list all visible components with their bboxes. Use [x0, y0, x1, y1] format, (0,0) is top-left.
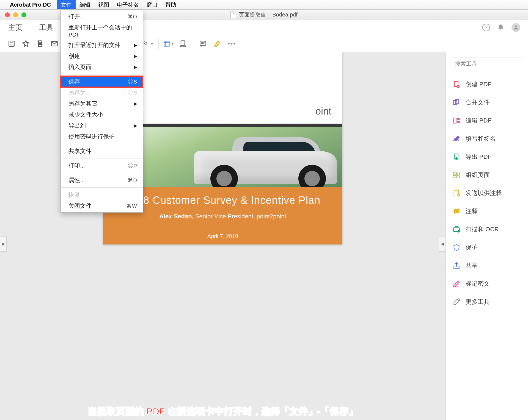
nav-tools[interactable]: 工具	[31, 23, 62, 32]
menu-view[interactable]: 视图	[94, 0, 113, 9]
comment-icon[interactable]	[196, 37, 210, 50]
menu-window[interactable]: 窗口	[143, 0, 161, 9]
tool-more-tools[interactable]: 更多工具	[451, 294, 523, 310]
tool-create-pdf[interactable]: 创建 PDF	[451, 76, 523, 92]
submenu-arrow-icon: ▶	[134, 101, 137, 106]
organize-pages-icon	[452, 171, 461, 179]
print-icon[interactable]	[34, 37, 47, 50]
tool-label: 更多工具	[466, 298, 490, 306]
svg-rect-32	[454, 175, 456, 178]
star-icon[interactable]	[19, 37, 32, 50]
doc-date: April 7, 2018	[103, 233, 342, 240]
menu-item[interactable]: 减少文件大小	[61, 109, 143, 120]
menu-item[interactable]: 导出到▶	[61, 120, 143, 131]
scan-ocr-icon	[452, 225, 461, 233]
tool-label: 组织页面	[466, 171, 490, 179]
menu-item-label: 恢复	[68, 191, 80, 199]
tool-label: 保护	[466, 243, 478, 252]
submenu-arrow-icon: ▶	[134, 43, 137, 48]
svg-rect-33	[457, 175, 459, 178]
tool-redact[interactable]: 标记密文	[451, 276, 523, 292]
tool-combine-files[interactable]: 合并文件	[451, 94, 523, 110]
close-window-button[interactable]	[5, 12, 10, 17]
mail-icon[interactable]	[48, 37, 61, 50]
doc-author: Alex Sedan, Senior Vice President, point…	[103, 213, 342, 220]
menu-item: 恢复	[61, 189, 143, 200]
tool-scan-ocr[interactable]: 扫描和 OCR	[451, 221, 523, 237]
menu-item[interactable]: 另存为其它▶	[61, 98, 143, 109]
tool-comments[interactable]: 注释	[451, 203, 523, 219]
app-name[interactable]: Acrobat Pro DC	[10, 2, 51, 8]
menu-item-label: 另存为其它	[68, 100, 97, 107]
menu-edit[interactable]: 编辑	[76, 0, 94, 9]
menu-item[interactable]: 打开...⌘O	[61, 11, 143, 22]
menu-file[interactable]: 文件	[57, 0, 76, 9]
tool-share[interactable]: 共享	[451, 258, 523, 274]
svg-point-20	[231, 43, 232, 44]
svg-rect-28	[457, 121, 460, 123]
help-icon[interactable]: ?	[482, 24, 490, 31]
menu-item[interactable]: 共享文件	[61, 146, 143, 157]
more-icon[interactable]	[225, 37, 238, 50]
traffic-lights	[5, 12, 26, 17]
instruction-caption: 当提取页面的 PDF 在新选项卡中打开时，选择「文件」-「保存」	[88, 405, 358, 418]
page-width-icon[interactable]	[176, 37, 189, 50]
create-pdf-icon	[452, 80, 461, 88]
menu-item[interactable]: 打开最近打开的文件▶	[61, 40, 143, 51]
car-illustration	[183, 137, 337, 187]
tools-panel: 搜索工具 创建 PDF合并文件编辑 PDF填写和签名导出 PDF组织页面发送以供…	[446, 52, 528, 420]
svg-rect-14	[181, 41, 185, 45]
tool-label: 合并文件	[466, 98, 490, 107]
nav-home[interactable]: 主页	[0, 23, 31, 32]
user-avatar[interactable]	[512, 23, 520, 32]
search-placeholder: 搜索工具	[455, 60, 477, 68]
menu-item[interactable]: 保存⌘S	[61, 76, 143, 87]
svg-rect-36	[454, 209, 460, 213]
menu-item-label: 创建	[68, 52, 80, 60]
highlight-icon[interactable]	[211, 37, 224, 50]
tool-send-comments[interactable]: 发送以供注释	[451, 185, 523, 201]
left-panel-toggle[interactable]: ▶	[0, 236, 7, 252]
menu-item[interactable]: 使用密码进行保护	[61, 131, 143, 142]
svg-rect-31	[457, 172, 459, 175]
menu-shortcut: ⌘P	[128, 163, 137, 169]
combine-files-icon	[452, 98, 461, 107]
menu-item[interactable]: 插入页面▶	[61, 62, 143, 73]
fullscreen-window-button[interactable]	[21, 12, 26, 17]
send-comments-icon	[452, 189, 461, 197]
svg-rect-3	[10, 44, 13, 46]
submenu-arrow-icon: ▶	[134, 54, 137, 59]
menu-item-label: 关闭文件	[68, 202, 92, 210]
menu-item-label: 打开...	[68, 13, 85, 20]
fit-icon[interactable]: ▼	[162, 37, 175, 50]
tool-protect[interactable]: 保护	[451, 240, 523, 255]
search-tools-input[interactable]: 搜索工具	[451, 57, 523, 70]
minimize-window-button[interactable]	[13, 12, 18, 17]
tool-fill-sign[interactable]: 填写和签名	[451, 131, 523, 147]
svg-point-39	[458, 230, 460, 232]
svg-rect-24	[454, 101, 457, 105]
tool-label: 编辑 PDF	[466, 116, 491, 125]
svg-point-19	[228, 43, 230, 44]
menu-item[interactable]: 属性...⌘D	[61, 175, 143, 186]
menu-esign[interactable]: 电子签名	[113, 0, 143, 9]
menu-item[interactable]: 创建▶	[61, 51, 143, 62]
mac-menubar: Acrobat Pro DC 文件 编辑 视图 电子签名 窗口 帮助	[0, 0, 528, 10]
svg-rect-26	[454, 118, 456, 123]
protect-icon	[452, 243, 461, 252]
menu-item[interactable]: 关闭文件⌘W	[61, 200, 143, 211]
tool-label: 共享	[466, 262, 478, 270]
tool-organize-pages[interactable]: 组织页面	[451, 167, 523, 183]
menu-item[interactable]: 打印...⌘P	[61, 160, 143, 171]
menu-shortcut: ⌘O	[127, 13, 137, 20]
svg-rect-30	[454, 172, 456, 175]
right-panel-toggle[interactable]: ◀	[439, 236, 446, 252]
menu-item[interactable]: 重新打开上一个会话中的 PDF	[61, 22, 143, 40]
save-icon[interactable]	[5, 37, 18, 50]
menu-help[interactable]: 帮助	[161, 0, 180, 9]
tool-label: 标记密文	[466, 280, 490, 288]
bell-icon[interactable]	[497, 24, 504, 31]
tool-export-pdf[interactable]: 导出 PDF	[451, 149, 523, 165]
tool-edit-pdf[interactable]: 编辑 PDF	[451, 113, 523, 129]
menu-item-label: 属性...	[68, 176, 85, 184]
